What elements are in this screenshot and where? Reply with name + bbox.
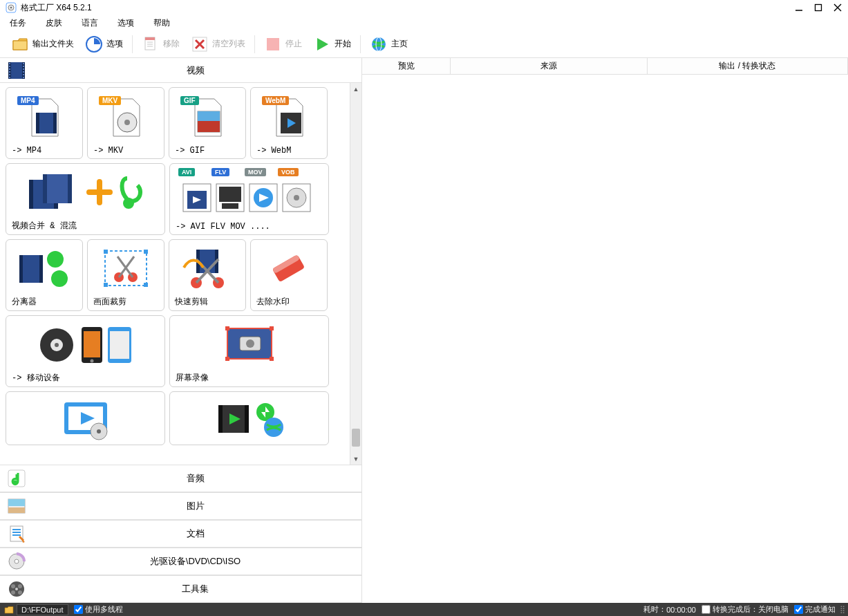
start-button[interactable]: 开始 <box>309 33 355 55</box>
menu-options[interactable]: 选项 <box>113 16 138 30</box>
svg-rect-38 <box>53 113 57 133</box>
output-path[interactable]: D:\FFOutput <box>17 604 68 615</box>
category-audio[interactable]: 音频 <box>0 465 361 492</box>
svg-rect-32 <box>23 68 24 70</box>
svg-rect-29 <box>9 77 10 78</box>
shutdown-label: 转换完成后：关闭电脑 <box>713 604 789 615</box>
tile-screen-record[interactable]: 屏幕录像 <box>169 315 329 387</box>
home-button[interactable]: 主页 <box>366 33 412 55</box>
svg-rect-74 <box>144 250 148 254</box>
output-folder-button[interactable]: 输出文件夹 <box>7 33 78 55</box>
col-output[interactable]: 输出 / 转换状态 <box>648 58 848 74</box>
stop-button[interactable]: 停止 <box>260 33 306 55</box>
svg-rect-101 <box>225 326 229 330</box>
category-disc-label: 光驱设备\DVD\CD\ISO <box>29 555 361 568</box>
multithread-label: 使用多线程 <box>85 604 123 615</box>
svg-rect-30 <box>23 63 24 64</box>
svg-point-100 <box>246 339 254 348</box>
home-label: 主页 <box>391 38 408 50</box>
clear-button[interactable]: 清空列表 <box>187 33 249 55</box>
tile-video-player[interactable] <box>6 391 165 445</box>
svg-rect-111 <box>218 405 223 433</box>
menu-help[interactable]: 帮助 <box>149 16 174 30</box>
tile-crop[interactable]: 画面裁剪 <box>87 239 164 311</box>
start-label: 开始 <box>335 38 351 50</box>
svg-point-54 <box>123 198 134 209</box>
svg-point-134 <box>18 590 22 595</box>
svg-rect-102 <box>270 326 274 330</box>
tile-video-download[interactable] <box>169 391 329 445</box>
folder-small-icon[interactable] <box>4 605 14 615</box>
stop-icon <box>264 35 282 53</box>
tile-to-mkv[interactable]: MKV -> MKV <box>87 87 164 159</box>
tile-remove-watermark[interactable]: 去除水印 <box>250 239 328 311</box>
tile-to-mobile[interactable]: -> 移动设备 <box>6 315 165 387</box>
close-button[interactable] <box>833 3 842 12</box>
tile-label: 快速剪辑 <box>175 296 240 308</box>
tile-splitter[interactable]: 分离器 <box>6 239 83 311</box>
maximize-button[interactable] <box>813 3 823 12</box>
task-list-body[interactable] <box>362 75 848 603</box>
globe-icon <box>370 35 388 53</box>
tile-to-multi-format[interactable]: AVI FLV MOV VOB -> AVI FLV MOV .... <box>169 163 329 235</box>
category-document[interactable]: 文档 <box>0 520 361 548</box>
application-icon <box>6 2 17 13</box>
col-preview[interactable]: 预览 <box>362 58 451 74</box>
tile-to-webm[interactable]: WebM -> WebM <box>250 87 328 159</box>
category-tools[interactable]: 工具集 <box>0 575 361 603</box>
tile-label: 去除水印 <box>256 296 321 308</box>
svg-rect-22 <box>8 62 11 79</box>
svg-rect-76 <box>144 283 148 287</box>
svg-rect-104 <box>270 357 274 361</box>
minimize-button[interactable] <box>794 3 804 12</box>
category-video[interactable]: 视频 <box>0 58 361 83</box>
screen-record-icon <box>176 320 323 369</box>
col-source[interactable]: 来源 <box>451 58 648 74</box>
mkv-badge: MKV <box>99 96 121 105</box>
svg-rect-24 <box>9 63 10 64</box>
svg-rect-73 <box>104 250 108 254</box>
mov-badge: MOV <box>245 168 266 176</box>
scroll-down-arrow[interactable]: ▼ <box>350 453 361 465</box>
menu-language[interactable]: 语言 <box>77 16 102 30</box>
svg-rect-10 <box>145 37 155 40</box>
tile-label: 屏幕录像 <box>176 372 323 384</box>
svg-rect-122 <box>8 507 25 513</box>
menu-task[interactable]: 任务 <box>6 16 30 30</box>
options-icon <box>85 35 103 53</box>
svg-rect-34 <box>23 74 24 75</box>
tile-label: -> WebM <box>256 146 321 156</box>
music-note-icon <box>4 466 29 491</box>
remove-button[interactable]: 移除 <box>138 33 184 55</box>
scroll-up-arrow[interactable]: ▲ <box>350 83 361 95</box>
tile-video-merge[interactable]: 视频合并 & 混流 <box>6 163 165 235</box>
multithread-checkbox[interactable] <box>74 605 83 614</box>
tile-label: -> 移动设备 <box>12 372 159 384</box>
resize-grip[interactable]: ⣿ <box>840 605 844 614</box>
scroll-thumb[interactable] <box>352 429 360 447</box>
multi-format-icon: AVI FLV MOV VOB <box>176 168 323 219</box>
svg-rect-47 <box>29 180 33 209</box>
stop-label: 停止 <box>285 38 302 50</box>
svg-point-135 <box>15 588 18 590</box>
shutdown-checkbox[interactable] <box>701 605 710 614</box>
avi-badge: AVI <box>178 168 195 176</box>
tile-to-gif[interactable]: GIF -> GIF <box>169 87 246 159</box>
svg-rect-31 <box>23 66 24 67</box>
category-disc[interactable]: 光驱设备\DVD\CD\ISO <box>0 548 361 575</box>
menu-skin[interactable]: 皮肤 <box>41 16 66 30</box>
notify-checkbox[interactable] <box>794 605 803 614</box>
svg-rect-17 <box>267 38 279 50</box>
vertical-scrollbar[interactable]: ▲ ▼ <box>350 83 361 465</box>
vob-badge: VOB <box>278 168 299 176</box>
quick-cut-icon <box>175 244 240 293</box>
tile-to-mp4[interactable]: MP4 -> MP4 <box>6 87 83 159</box>
options-button[interactable]: 选项 <box>81 33 127 55</box>
svg-rect-67 <box>19 255 43 283</box>
toolbar: 输出文件夹 选项 移除 清空列表 停止 开始 主页 <box>0 30 848 58</box>
svg-rect-27 <box>9 71 10 73</box>
tile-quick-cut[interactable]: 快速剪辑 <box>169 239 246 311</box>
menu-bar: 任务 皮肤 语言 选项 帮助 <box>0 15 848 30</box>
category-image[interactable]: 图片 <box>0 492 361 520</box>
category-image-label: 图片 <box>29 500 361 512</box>
